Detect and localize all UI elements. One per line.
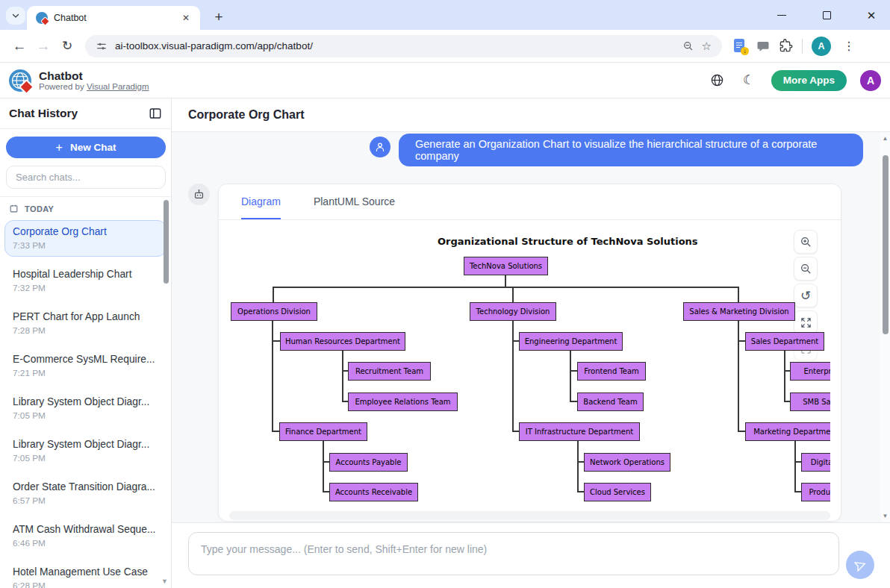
search-chats-input[interactable] bbox=[6, 166, 166, 189]
sidebar-scrollbar-thumb[interactable] bbox=[164, 200, 169, 284]
composer-bar bbox=[172, 522, 890, 588]
chat-item-time: 6:28 PM bbox=[13, 581, 158, 588]
browser-menu-icon[interactable]: ⋮ bbox=[840, 39, 858, 53]
chat-scrollbar[interactable]: ▲ ▼ bbox=[880, 132, 890, 522]
browser-profile-avatar[interactable]: A bbox=[812, 37, 831, 56]
chat-history-item[interactable]: Library System Object Diagr...7:05 PM bbox=[4, 433, 167, 469]
page-title: Corporate Org Chart bbox=[188, 108, 305, 122]
reload-button[interactable]: ↻ bbox=[55, 34, 79, 58]
send-plane-icon bbox=[852, 557, 868, 573]
org-connector bbox=[738, 340, 745, 342]
chevron-down-icon bbox=[11, 11, 20, 20]
chat-item-title: PERT Chart for App Launch bbox=[13, 311, 158, 322]
tab-diagram[interactable]: Diagram bbox=[241, 184, 281, 219]
chat-item-title: Library System Object Diagr... bbox=[13, 396, 158, 407]
tab-close-icon[interactable]: ✕ bbox=[179, 11, 193, 25]
org-node: Operations Division bbox=[231, 302, 317, 321]
chat-history-item[interactable]: Corporate Org Chart7:33 PM bbox=[4, 220, 167, 257]
sidebar-scroll-down-icon[interactable]: ▼ bbox=[161, 578, 168, 585]
zoom-out-button[interactable] bbox=[794, 257, 818, 281]
favicon bbox=[36, 12, 48, 24]
window-close-button[interactable]: ✕ bbox=[860, 4, 883, 26]
extensions-puzzle-icon[interactable] bbox=[779, 39, 793, 53]
chat-history-item[interactable]: E-Commerce SysML Require...7:21 PM bbox=[4, 348, 167, 384]
org-node: Marketing Department bbox=[745, 422, 830, 441]
chat-item-time: 7:05 PM bbox=[13, 453, 158, 463]
window-minimize-button[interactable] bbox=[771, 4, 793, 26]
org-connector bbox=[512, 431, 519, 432]
org-node: Technology Division bbox=[470, 302, 556, 321]
org-node: Cloud Services bbox=[584, 483, 651, 501]
org-connector bbox=[342, 351, 343, 402]
org-connector bbox=[272, 431, 279, 432]
org-node: Accounts Payable bbox=[329, 453, 408, 472]
org-connector bbox=[794, 461, 801, 463]
chat-item-title: Corporate Org Chart bbox=[13, 226, 158, 237]
site-settings-icon[interactable] bbox=[96, 40, 108, 52]
chat-item-title: Library System Object Diagr... bbox=[13, 439, 158, 450]
org-node: Human Resources Department bbox=[280, 332, 405, 351]
zoom-in-button[interactable] bbox=[794, 230, 818, 254]
more-apps-button[interactable]: More Apps bbox=[771, 70, 847, 91]
account-avatar[interactable]: A bbox=[860, 70, 881, 91]
powered-by: Powered by Visual Paradigm bbox=[39, 82, 149, 91]
fullscreen-button[interactable] bbox=[794, 310, 818, 334]
chat-history-item[interactable]: Hotel Management Use Case6:28 PM bbox=[4, 560, 167, 588]
chat-history-item[interactable]: Library System Object Diagr...7:05 PM bbox=[4, 390, 167, 427]
comment-extension-icon[interactable] bbox=[756, 40, 770, 53]
diagram-card: Diagram PlantUML Source Organizational S… bbox=[218, 184, 841, 522]
org-connector bbox=[323, 491, 329, 492]
org-node: Network Operations bbox=[584, 453, 670, 472]
send-button[interactable] bbox=[846, 551, 874, 579]
org-connector bbox=[784, 401, 790, 402]
chat-item-time: 7:33 PM bbox=[13, 240, 158, 251]
scroll-up-icon[interactable]: ▲ bbox=[880, 135, 890, 142]
chat-item-title: Hospital Leadership Chart bbox=[13, 269, 158, 280]
chat-item-time: 7:32 PM bbox=[13, 283, 158, 293]
today-section-header: TODAY bbox=[0, 197, 171, 218]
message-input[interactable] bbox=[188, 532, 839, 575]
browser-tab[interactable]: Chatbot ✕ bbox=[27, 6, 200, 30]
address-bar[interactable]: ai-toolbox.visual-paradigm.com/app/chatb… bbox=[85, 35, 722, 57]
org-connector bbox=[784, 370, 790, 372]
plus-icon: + bbox=[56, 141, 63, 154]
org-node: Sales Department bbox=[745, 332, 824, 351]
chat-item-time: 6:46 PM bbox=[13, 538, 158, 548]
forward-button[interactable]: → bbox=[31, 34, 55, 58]
org-chart-viewport[interactable]: Organizational Structure of TechNova Sol… bbox=[229, 220, 830, 510]
chat-history-item[interactable]: PERT Chart for App Launch7:28 PM bbox=[4, 305, 167, 342]
chat-history-list: Corporate Org Chart7:33 PMHospital Leade… bbox=[0, 218, 171, 588]
chat-item-time: 7:28 PM bbox=[13, 325, 158, 336]
diagram-horizontal-scrollbar[interactable] bbox=[229, 511, 830, 520]
docs-extension-icon[interactable]: ↓ bbox=[732, 38, 747, 54]
bookmark-star-icon[interactable]: ☆ bbox=[702, 40, 712, 53]
org-connector bbox=[273, 287, 739, 288]
new-tab-button[interactable]: + bbox=[209, 7, 228, 27]
org-connector bbox=[784, 351, 785, 402]
language-globe-button[interactable] bbox=[709, 72, 726, 90]
expand-icon bbox=[800, 317, 812, 328]
reset-view-button[interactable]: ↺ bbox=[794, 284, 818, 307]
org-node: Employee Relations Team bbox=[348, 392, 458, 411]
org-node: IT Infrastructure Department bbox=[519, 422, 640, 441]
chat-history-item[interactable]: ATM Cash Withdrawal Seque...6:46 PM bbox=[4, 518, 167, 554]
chat-history-item[interactable]: Hospital Leadership Chart7:32 PM bbox=[4, 263, 167, 299]
org-node: SMB Sales bbox=[790, 392, 830, 411]
visual-paradigm-link[interactable]: Visual Paradigm bbox=[87, 82, 149, 91]
collapse-panel-icon[interactable] bbox=[149, 107, 162, 120]
org-connector bbox=[323, 461, 329, 463]
tab-search-button[interactable] bbox=[6, 7, 25, 25]
scroll-down-icon[interactable]: ▼ bbox=[880, 513, 890, 519]
tab-plantuml-source[interactable]: PlantUML Source bbox=[314, 184, 395, 219]
new-chat-button[interactable]: +New Chat bbox=[6, 137, 166, 158]
app-header: Chatbot Powered by Visual Paradigm ☾ Mor… bbox=[0, 63, 890, 98]
chat-history-item[interactable]: Order State Transition Diagra...6:57 PM bbox=[4, 475, 167, 512]
chat-scrollbar-thumb[interactable] bbox=[883, 155, 889, 334]
zoom-page-icon[interactable] bbox=[682, 40, 694, 52]
browser-toolbar: ← → ↻ ai-toolbox.visual-paradigm.com/app… bbox=[0, 30, 890, 63]
browser-tab-strip: Chatbot ✕ + ✕ bbox=[0, 0, 890, 30]
dark-mode-button[interactable]: ☾ bbox=[740, 72, 758, 90]
back-button[interactable]: ← bbox=[7, 34, 31, 58]
window-maximize-button[interactable] bbox=[815, 4, 838, 26]
user-avatar bbox=[370, 137, 390, 157]
